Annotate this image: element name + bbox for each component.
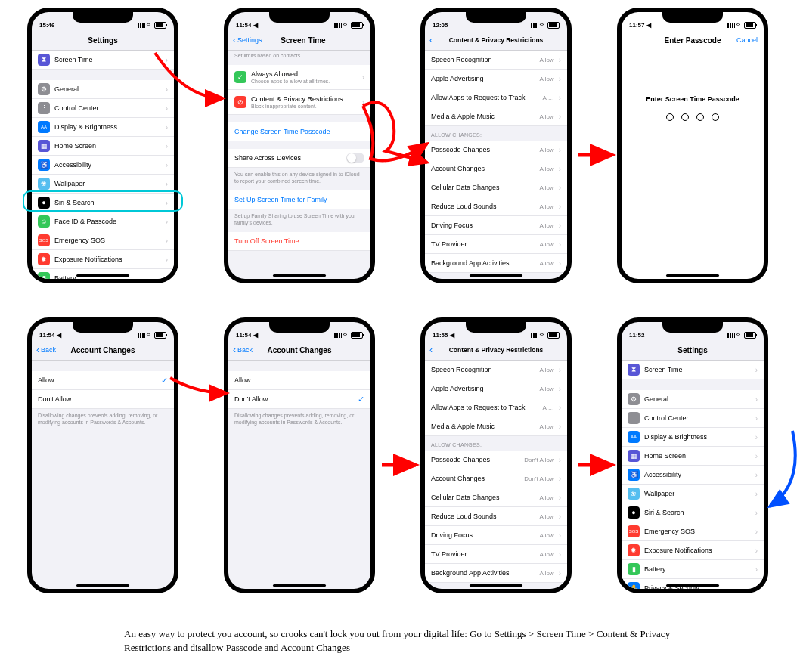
home-indicator[interactable] [76,274,129,277]
restriction-row[interactable]: Media & Apple MusicAllow› [425,107,567,126]
restriction-row[interactable]: TV ProviderAllow› [425,235,567,254]
home-indicator[interactable] [273,584,326,587]
settings-row[interactable]: ●Siri & Search› [32,194,174,212]
restriction-row[interactable]: Apple AdvertisingAllow› [425,70,567,88]
chevron-right-icon: › [559,569,561,578]
row-label: TV Provider [431,550,535,558]
chevron-right-icon: › [166,274,168,280]
row-detail: Allow [540,532,554,539]
restriction-row[interactable]: Cellular Data ChangesAllow› [425,178,567,197]
restriction-row[interactable]: Speech RecognitionAllow› [425,51,567,70]
settings-row[interactable]: ❀Wallpaper› [622,485,764,503]
option-row[interactable]: Don't Allow [32,390,174,409]
settings-row[interactable]: ✹Exposure Notifications› [32,250,174,269]
restriction-row[interactable]: Cellular Data ChangesAllow› [425,488,567,507]
settings-row[interactable]: ⋮Control Center› [32,99,174,118]
settings-row[interactable]: ♿Accessibility› [32,156,174,175]
restriction-row[interactable]: Background App ActivitiesAllow› [425,564,567,583]
settings-row[interactable]: ▦Home Screen› [32,137,174,156]
restriction-row[interactable]: Reduce Loud SoundsAllow› [425,197,567,216]
cancel-button[interactable]: Cancel [736,36,758,44]
option-label: Don't Allow [234,395,353,403]
nav-title: Account Changes [267,346,331,355]
restriction-row[interactable]: Driving FocusAllow› [425,216,567,235]
row-icon: AA [38,121,50,133]
row-label: Wallpaper [644,490,751,497]
settings-row[interactable]: AADisplay & Brightness› [622,428,764,447]
list-row[interactable]: Change Screen Time Passcode [228,122,370,141]
settings-row[interactable]: ●Siri & Search› [622,503,764,522]
chevron-right-icon: › [559,94,561,102]
settings-row[interactable]: SOSEmergency SOS› [32,231,174,250]
navbar: ‹Back Account Changes [32,340,174,361]
chevron-right-icon: › [559,550,561,559]
settings-row[interactable]: ⧗Screen Time› [622,361,764,379]
restriction-row[interactable]: Reduce Loud SoundsAllow› [425,507,567,526]
restriction-row[interactable]: Account ChangesDon't Allow› [425,469,567,488]
restriction-row[interactable]: Driving FocusAllow› [425,526,567,545]
nav-back[interactable]: ‹Back [233,345,253,355]
passcode-dots[interactable] [666,113,719,121]
settings-row[interactable]: ☺Face ID & Passcode› [32,212,174,231]
option-row[interactable]: Allow✓ [32,371,174,390]
home-indicator[interactable] [470,274,522,277]
home-indicator[interactable] [666,584,719,587]
option-row[interactable]: Don't Allow✓ [228,390,370,409]
nav-back[interactable]: ‹Settings [233,36,262,45]
row-label: General [54,85,161,93]
list-row[interactable]: Set Up Screen Time for Family [228,190,370,209]
list-row[interactable]: ✓Always AllowedChoose apps to allow at a… [228,65,370,90]
home-indicator[interactable] [76,584,129,587]
settings-row[interactable]: ❀Wallpaper› [32,175,174,194]
home-indicator[interactable] [666,274,719,277]
nav-back[interactable]: ‹Back [36,345,56,355]
row-label: Emergency SOS [54,237,161,244]
settings-row[interactable]: ⧗Screen Time› [32,51,174,70]
option-label: Don't Allow [38,395,168,403]
restriction-row[interactable]: Apple AdvertisingAllow› [425,379,567,398]
wifi-icon: ⌔ [736,332,743,339]
restriction-row[interactable]: Account ChangesAllow› [425,159,567,178]
restriction-row[interactable]: Allow Apps to Request to TrackAl…› [425,398,567,417]
option-row[interactable]: Allow [228,371,370,390]
restriction-row[interactable]: TV ProviderAllow› [425,545,567,564]
toggle-switch[interactable] [346,153,364,163]
list-row[interactable]: ⊘Content & Privacy RestrictionsBlock ina… [228,90,370,115]
nav-back[interactable]: ‹ [429,36,433,45]
restriction-row[interactable]: Speech RecognitionAllow› [425,361,567,379]
row-icon: ⚙ [38,83,50,95]
home-indicator[interactable] [273,274,326,277]
list-row[interactable]: Share Across Devices [228,149,370,168]
row-label: Media & Apple Music [431,113,535,120]
restriction-row[interactable]: Media & Apple MusicAllow› [425,417,567,436]
chevron-right-icon: › [755,547,758,555]
restriction-row[interactable]: Background App ActivitiesAllow› [425,254,567,273]
status-time: 11:54 ◀ [236,332,258,339]
restriction-row[interactable]: Passcode ChangesAllow› [425,141,567,159]
restriction-row[interactable]: Passcode ChangesDon't Allow› [425,451,567,469]
wifi-icon: ⌔ [736,22,743,29]
settings-row[interactable]: ⋮Control Center› [622,409,764,428]
nav-back[interactable]: ‹ [429,345,433,355]
settings-row[interactable]: ♿Accessibility› [622,466,764,485]
chevron-right-icon: › [166,180,168,188]
phone-2-screen-time: 11:54 ◀ ⌔ ‹Settings Screen Time Set limi… [224,8,375,283]
row-detail: Allow [540,260,554,267]
settings-row[interactable]: ▦Home Screen› [622,447,764,466]
row-detail: Allow [540,367,554,373]
home-indicator[interactable] [470,584,522,587]
settings-row[interactable]: ⚙General› [32,80,174,99]
settings-row[interactable]: AADisplay & Brightness› [32,118,174,137]
phone-8-settings-after: 11:52 ⌔ Settings ⧗Screen Time›⚙General›⋮… [617,317,768,593]
list-row[interactable]: Turn Off Screen Time [228,232,370,251]
settings-row[interactable]: ⚙General› [622,390,764,409]
restriction-row[interactable]: Allow Apps to Request to TrackAl…› [425,88,567,107]
nav-title: Enter Passcode [664,36,721,45]
phone-4-enter-passcode: 11:57 ◀ ⌔ Enter Passcode Cancel Enter Sc… [617,8,768,283]
settings-list: ⧗Screen Time›⚙General›⋮Control Center›AA… [622,361,764,589]
settings-row[interactable]: ▮Battery› [622,560,764,579]
row-label: Cellular Data Changes [431,184,535,191]
settings-row[interactable]: SOSEmergency SOS› [622,522,764,541]
phone-3-restrictions: 12:05 ⌔ ‹ Content & Privacy Restrictions… [420,8,572,283]
settings-row[interactable]: ✹Exposure Notifications› [622,541,764,560]
